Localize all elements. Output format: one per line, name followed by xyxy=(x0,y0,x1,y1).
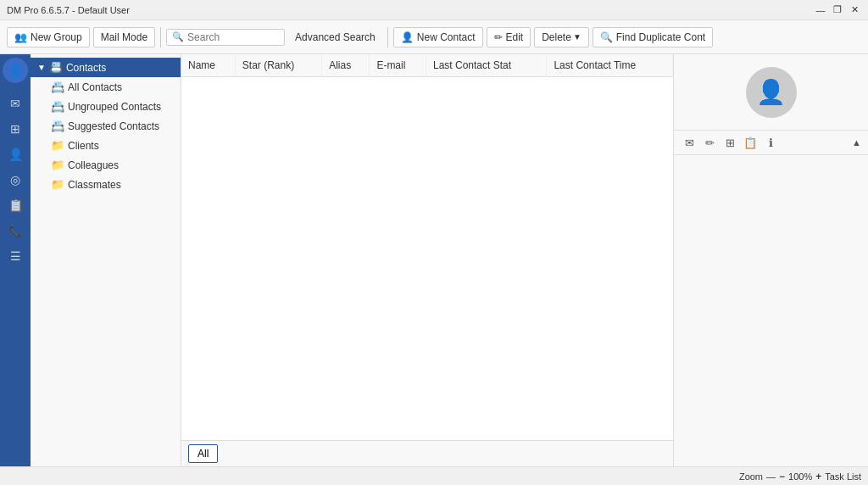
nav-panel: ▼ 📇 Contacts 📇 All Contacts 📇 Ungrouped … xyxy=(31,54,181,466)
contact-actions: ✉ ✏ ⊞ 📋 ℹ ▲ xyxy=(674,131,868,155)
minimize-button[interactable]: — xyxy=(814,3,827,17)
mail-mode-button[interactable]: Mail Mode xyxy=(93,27,155,47)
sidebar-grid-icon[interactable]: ⊞ xyxy=(3,117,28,141)
contacts-table: Name Star (Rank) Alias E-mail Last Conta… xyxy=(181,54,673,77)
center-panel: Name Star (Rank) Alias E-mail Last Conta… xyxy=(181,54,673,466)
tab-all-button[interactable]: All xyxy=(188,444,218,463)
contact-edit-button[interactable]: ✏ xyxy=(701,134,718,151)
col-last-contact-stat[interactable]: Last Contact Stat xyxy=(426,54,547,77)
icon-sidebar: 👤 ✉ ⊞ 👤 ◎ 📋 📞 ☰ xyxy=(0,54,31,466)
search-icon: 🔍 xyxy=(172,31,184,42)
delete-button[interactable]: Delete ▼ xyxy=(534,27,589,47)
table-footer: All xyxy=(181,440,673,466)
task-list-label[interactable]: Task List xyxy=(825,471,861,482)
all-contacts-icon: 📇 xyxy=(51,81,64,93)
nav-item-clients[interactable]: 📁 Clients xyxy=(31,136,181,155)
toolbar-separator-2 xyxy=(387,27,388,47)
nav-item-suggested[interactable]: 📇 Suggested Contacts xyxy=(31,116,181,136)
advanced-search-button[interactable]: Advanced Search xyxy=(288,28,382,47)
new-contact-icon: 👤 xyxy=(401,31,414,43)
suggested-icon: 📇 xyxy=(51,120,64,132)
restore-button[interactable]: ❐ xyxy=(831,3,844,17)
toolbar: 👥 New Group Mail Mode 🔍 Advanced Search … xyxy=(0,20,868,54)
user-avatar[interactable]: 👤 xyxy=(3,58,28,83)
ungrouped-icon: 📇 xyxy=(51,100,64,113)
status-zoom: Zoom — − 100% + xyxy=(739,471,821,482)
nav-item-contacts[interactable]: ▼ 📇 Contacts xyxy=(31,58,181,77)
col-alias[interactable]: Alias xyxy=(322,54,370,77)
contact-info-button[interactable]: ℹ xyxy=(762,134,779,151)
nav-item-colleagues[interactable]: 📁 Colleagues xyxy=(31,155,181,175)
title-bar-controls: — ❐ ✕ xyxy=(814,3,861,17)
avatar-person-icon: 👤 xyxy=(756,78,786,106)
contact-preview: 👤 xyxy=(674,54,868,131)
sidebar-menu-icon[interactable]: ☰ xyxy=(3,244,28,268)
status-bar: Zoom — − 100% + Task List xyxy=(0,466,868,485)
nav-item-all-contacts[interactable]: 📇 All Contacts xyxy=(31,77,181,97)
sidebar-globe-icon[interactable]: ◎ xyxy=(3,168,28,192)
col-last-contact-time[interactable]: Last Contact Time xyxy=(547,54,673,77)
zoom-value: 100% xyxy=(788,471,812,482)
right-panel: 👤 ✉ ✏ ⊞ 📋 ℹ ▲ xyxy=(673,54,868,466)
contact-email-button[interactable]: ✉ xyxy=(681,134,698,151)
clients-icon: 📁 xyxy=(51,139,64,152)
avatar-icon: 👤 xyxy=(8,64,23,77)
classmates-icon: 📁 xyxy=(51,178,64,191)
find-duplicate-button[interactable]: 🔍 Find Duplicate Cont xyxy=(593,27,713,47)
contact-grid-button[interactable]: ⊞ xyxy=(721,134,738,151)
collapse-icon: ▼ xyxy=(37,63,46,72)
new-group-button[interactable]: 👥 New Group xyxy=(7,27,90,47)
sidebar-phone-icon[interactable]: 📞 xyxy=(3,219,28,242)
zoom-out-button[interactable]: − xyxy=(779,471,785,482)
new-contact-button[interactable]: 👤 New Contact xyxy=(393,27,483,47)
close-button[interactable]: ✕ xyxy=(848,3,861,17)
delete-dropdown-icon: ▼ xyxy=(573,32,581,42)
col-star-rank[interactable]: Star (Rank) xyxy=(235,54,321,77)
find-duplicate-icon: 🔍 xyxy=(600,31,613,43)
edit-button[interactable]: ✏ Edit xyxy=(487,27,531,47)
edit-icon: ✏ xyxy=(494,31,503,43)
sidebar-contacts-icon[interactable]: 👤 xyxy=(3,142,28,166)
zoom-label: Zoom xyxy=(739,471,763,482)
contact-table: Name Star (Rank) Alias E-mail Last Conta… xyxy=(181,54,673,440)
search-box: 🔍 xyxy=(166,29,285,46)
zoom-separator: — xyxy=(766,471,776,482)
contact-avatar: 👤 xyxy=(746,67,797,118)
colleagues-icon: 📁 xyxy=(51,159,64,171)
new-group-icon: 👥 xyxy=(14,31,27,43)
nav-item-ungrouped[interactable]: 📇 Ungrouped Contacts xyxy=(31,97,181,116)
main-content: 👤 ✉ ⊞ 👤 ◎ 📋 📞 ☰ ▼ 📇 Contacts 📇 All Conta… xyxy=(0,54,868,466)
contact-calendar-button[interactable]: 📋 xyxy=(742,134,759,151)
toolbar-separator-1 xyxy=(160,27,161,47)
zoom-in-button[interactable]: + xyxy=(815,471,821,482)
col-email[interactable]: E-mail xyxy=(370,54,426,77)
sidebar-calendar-icon[interactable]: 📋 xyxy=(3,193,28,217)
sidebar-mail-icon[interactable]: ✉ xyxy=(3,92,28,115)
search-input[interactable] xyxy=(187,31,279,43)
contact-expand-button[interactable]: ▲ xyxy=(852,137,861,148)
title-bar-text: DM Pro 6.6.5.7 - Default User xyxy=(7,5,130,15)
title-bar: DM Pro 6.6.5.7 - Default User — ❐ ✕ xyxy=(0,0,868,20)
contacts-folder-icon: 📇 xyxy=(49,61,63,74)
col-name[interactable]: Name xyxy=(181,54,235,77)
table-header: Name Star (Rank) Alias E-mail Last Conta… xyxy=(181,54,673,77)
nav-item-classmates[interactable]: 📁 Classmates xyxy=(31,175,181,194)
